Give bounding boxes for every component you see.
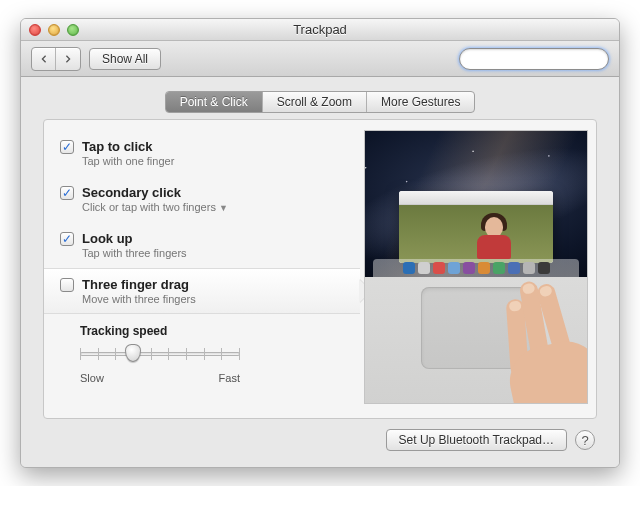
slider-track [80, 352, 240, 356]
panel: ✓Tap to clickTap with one finger ✓Second… [43, 119, 597, 419]
tracking-speed-section: Tracking speed Slow Fast [44, 314, 360, 384]
dock-icon [493, 262, 505, 274]
dock-icon [448, 262, 460, 274]
preview-desktop [365, 131, 587, 277]
option-title: Look up [82, 231, 187, 246]
show-all-button[interactable]: Show All [89, 48, 161, 70]
zoom-icon[interactable] [67, 24, 79, 36]
dock-icon [418, 262, 430, 274]
preview-window [399, 191, 553, 263]
nav-segmented [31, 47, 81, 71]
window-title: Trackpad [21, 22, 619, 37]
close-icon[interactable] [29, 24, 41, 36]
checkbox[interactable] [60, 278, 74, 292]
search-field[interactable] [459, 48, 609, 70]
dock-icon [523, 262, 535, 274]
help-button[interactable]: ? [575, 430, 595, 450]
slider-tick [151, 348, 152, 360]
tab-point-click[interactable]: Point & Click [166, 92, 263, 112]
slider-tick [239, 348, 240, 360]
titlebar[interactable]: Trackpad [21, 19, 619, 41]
dock-icon [538, 262, 550, 274]
preview-person [471, 213, 517, 259]
option-title: Three finger drag [82, 277, 196, 292]
content: Point & ClickScroll & ZoomMore Gestures … [21, 77, 619, 467]
dock-icon [433, 262, 445, 274]
slider-tick [80, 348, 81, 360]
back-button[interactable] [32, 48, 56, 70]
preview-dock [373, 259, 579, 277]
slider-tick [221, 348, 222, 360]
preview-column [360, 120, 596, 408]
option-subtitle: Move with three fingers [82, 293, 196, 305]
slider-tick [168, 348, 169, 360]
options-column: ✓Tap to clickTap with one finger ✓Second… [44, 120, 360, 408]
checkbox[interactable]: ✓ [60, 232, 74, 246]
tracking-speed-label: Tracking speed [80, 324, 332, 338]
preferences-window: Trackpad Show All Point & ClickScroll & … [20, 18, 620, 468]
checkbox[interactable]: ✓ [60, 140, 74, 154]
dock-icon [478, 262, 490, 274]
slider-tick [204, 348, 205, 360]
slider-knob[interactable] [125, 344, 141, 362]
option-subtitle: Tap with three fingers [82, 247, 187, 259]
dock-icon [403, 262, 415, 274]
tab-more-gestures[interactable]: More Gestures [367, 92, 474, 112]
dock-icon [508, 262, 520, 274]
option-title: Tap to click [82, 139, 174, 154]
tabs: Point & ClickScroll & ZoomMore Gestures [43, 91, 597, 113]
option-secondary-click[interactable]: ✓Secondary clickClick or tap with two fi… [44, 176, 360, 222]
setup-bluetooth-button[interactable]: Set Up Bluetooth Trackpad… [386, 429, 567, 451]
slider-tick [186, 348, 187, 360]
preview-trackpad-area [365, 277, 587, 403]
tracking-speed-slider[interactable] [80, 344, 240, 378]
option-subtitle[interactable]: Click or tap with two fingers ▼ [82, 201, 228, 213]
traffic-lights [21, 24, 79, 36]
tab-scroll-zoom[interactable]: Scroll & Zoom [263, 92, 367, 112]
checkbox[interactable]: ✓ [60, 186, 74, 200]
option-three-finger-drag[interactable]: Three finger dragMove with three fingers [44, 268, 360, 314]
option-title: Secondary click [82, 185, 228, 200]
footer: Set Up Bluetooth Trackpad… ? [43, 419, 597, 451]
option-tap-to-click[interactable]: ✓Tap to clickTap with one finger [44, 130, 360, 176]
gesture-preview [364, 130, 588, 404]
chevron-down-icon[interactable]: ▼ [219, 203, 228, 213]
slider-tick [98, 348, 99, 360]
option-subtitle: Tap with one finger [82, 155, 174, 167]
slider-tick [115, 348, 116, 360]
dock-icon [463, 262, 475, 274]
search-input[interactable] [466, 52, 620, 66]
forward-button[interactable] [56, 48, 80, 70]
toolbar: Show All [21, 41, 619, 77]
minimize-icon[interactable] [48, 24, 60, 36]
option-look-up[interactable]: ✓Look upTap with three fingers [44, 222, 360, 268]
